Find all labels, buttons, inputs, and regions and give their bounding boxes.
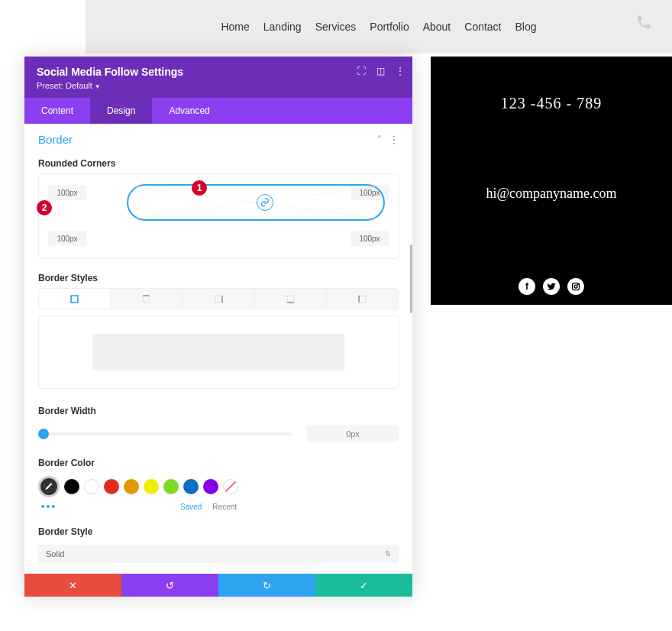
preview-phone: 123 -456 - 789 xyxy=(431,95,672,112)
swatch-orange[interactable] xyxy=(124,479,139,494)
border-width-label: Border Width xyxy=(24,400,412,421)
border-width-input[interactable] xyxy=(307,426,399,442)
menu-icon[interactable]: ⋮ xyxy=(396,66,405,76)
border-side-bottom[interactable] xyxy=(255,289,327,309)
swatch-green[interactable] xyxy=(163,479,179,494)
corner-br-input[interactable] xyxy=(351,231,389,246)
swatch-red[interactable] xyxy=(104,479,119,494)
nav-home[interactable]: Home xyxy=(221,21,249,33)
color-more-button[interactable]: ••• xyxy=(38,500,60,513)
svg-rect-8 xyxy=(215,296,222,303)
redo-button[interactable]: ↻ xyxy=(218,574,315,597)
undo-button[interactable]: ↺ xyxy=(121,574,218,597)
svg-rect-6 xyxy=(143,296,150,303)
link-corners-button[interactable] xyxy=(257,194,273,211)
annotation-2: 2 xyxy=(37,200,52,215)
svg-rect-12 xyxy=(359,296,366,303)
swatch-blue[interactable] xyxy=(183,479,199,494)
site-header: Home Landing Services Portfolio About Co… xyxy=(86,0,672,53)
svg-rect-5 xyxy=(71,296,78,303)
tab-design[interactable]: Design xyxy=(90,98,152,124)
tab-bar: Content Design Advanced xyxy=(24,98,412,124)
border-preview xyxy=(38,316,399,389)
select-arrows-icon: ⇅ xyxy=(385,550,391,558)
scrollbar[interactable] xyxy=(410,244,412,313)
modal-title: Social Media Follow Settings xyxy=(37,66,400,78)
settings-modal: Social Media Follow Settings Preset: Def… xyxy=(24,57,412,597)
tab-content[interactable]: Content xyxy=(24,98,90,124)
border-side-top[interactable] xyxy=(111,289,183,309)
save-button[interactable]: ✓ xyxy=(315,574,412,597)
chevron-up-icon: ˄ xyxy=(377,134,382,145)
cancel-button[interactable]: ✕ xyxy=(24,574,121,597)
nav-contact[interactable]: Contact xyxy=(464,21,501,33)
section-border[interactable]: Border ˄⋮ xyxy=(24,124,412,152)
corner-preview-pill xyxy=(127,184,385,221)
preview-email: hi@companyname.com xyxy=(431,186,672,202)
border-side-tabs xyxy=(38,288,399,309)
panel-icon[interactable]: ◫ xyxy=(376,66,385,76)
rounded-corners-control xyxy=(38,173,399,259)
menu-dots-icon[interactable]: ⋮ xyxy=(389,134,399,145)
swatch-none[interactable] xyxy=(223,479,238,494)
border-styles-label: Border Styles xyxy=(24,267,412,288)
preview-panel: 123 -456 - 789 hi@companyname.com f xyxy=(431,57,672,305)
social-icons-row: f xyxy=(431,278,672,295)
modal-footer: ✕ ↺ ↻ ✓ xyxy=(24,574,412,597)
svg-point-2 xyxy=(577,284,578,285)
border-side-right[interactable] xyxy=(183,289,254,309)
svg-rect-10 xyxy=(287,296,294,303)
preset-dropdown[interactable]: Preset: Default ▼ xyxy=(37,81,400,90)
border-preview-inner xyxy=(92,334,344,371)
nav-portfolio[interactable]: Portfolio xyxy=(370,21,409,33)
swatch-black[interactable] xyxy=(64,479,79,494)
phone-icon xyxy=(635,14,652,35)
facebook-icon[interactable]: f xyxy=(519,278,535,295)
corner-tl-input[interactable] xyxy=(48,185,86,200)
border-color-label: Border Color xyxy=(24,451,412,473)
expand-icon[interactable]: ⛶ xyxy=(357,66,366,76)
swatch-purple[interactable] xyxy=(203,479,218,494)
nav-services[interactable]: Services xyxy=(315,21,357,33)
swatch-selected[interactable] xyxy=(38,476,60,497)
color-swatches xyxy=(38,476,399,497)
tab-advanced[interactable]: Advanced xyxy=(152,98,226,124)
border-width-slider[interactable] xyxy=(38,432,292,435)
annotation-1: 1 xyxy=(192,180,207,196)
nav-about[interactable]: About xyxy=(423,21,451,33)
color-saved-tab[interactable]: Saved xyxy=(180,503,202,511)
swatch-yellow[interactable] xyxy=(144,479,159,494)
color-recent-tab[interactable]: Recent xyxy=(212,503,237,511)
slider-thumb[interactable] xyxy=(38,429,49,439)
border-side-all[interactable] xyxy=(39,289,111,309)
border-style-label: Border Style xyxy=(24,520,412,542)
swatch-white[interactable] xyxy=(84,479,99,494)
twitter-icon[interactable] xyxy=(543,278,560,295)
border-style-select[interactable]: Solid ⇅ xyxy=(38,545,399,563)
nav-landing[interactable]: Landing xyxy=(263,21,302,33)
main-nav: Home Landing Services Portfolio About Co… xyxy=(221,21,536,33)
modal-header: Social Media Follow Settings Preset: Def… xyxy=(24,57,412,98)
modal-body: Border ˄⋮ Rounded Corners xyxy=(24,124,412,574)
nav-blog[interactable]: Blog xyxy=(515,21,537,33)
border-side-left[interactable] xyxy=(327,289,398,309)
corner-bl-input[interactable] xyxy=(48,231,86,246)
svg-point-1 xyxy=(574,285,577,288)
rounded-corners-label: Rounded Corners xyxy=(24,152,412,173)
instagram-icon[interactable] xyxy=(567,278,584,295)
